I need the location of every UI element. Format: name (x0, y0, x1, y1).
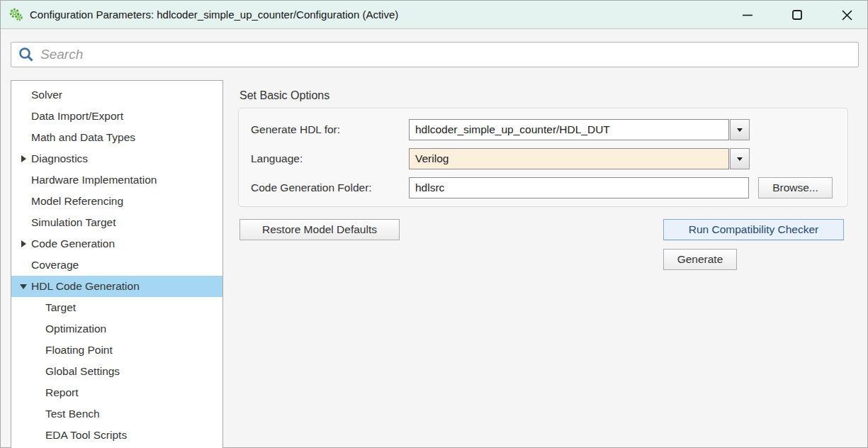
maximize-button[interactable] (784, 4, 811, 26)
chevron-down-icon[interactable] (18, 276, 29, 297)
browse-button[interactable]: Browse... (758, 177, 833, 198)
sidebar-item-coverage[interactable]: Coverage (11, 254, 222, 276)
sidebar-item-floating-point[interactable]: Floating Point (11, 340, 222, 361)
sidebar-item-label: Target (45, 301, 76, 313)
sidebar-item-report[interactable]: Report (11, 382, 222, 403)
generate-hdl-for-combobox[interactable]: hdlcoder_simple_up_counter/HDL_DUT (409, 119, 750, 140)
generate-hdl-for-value[interactable]: hdlcoder_simple_up_counter/HDL_DUT (409, 119, 729, 140)
minimize-icon (742, 9, 753, 21)
sidebar-item-data-import-export[interactable]: Data Import/Export (11, 106, 222, 127)
sidebar-item-label: Solver (31, 89, 62, 101)
close-button[interactable] (833, 4, 860, 26)
maximize-icon (791, 9, 803, 21)
basic-options-groupbox: Generate HDL for: hdlcoder_simple_up_cou… (238, 108, 848, 207)
generate-hdl-for-row: Generate HDL for: hdlcoder_simple_up_cou… (239, 119, 847, 140)
sidebar-item-label: Code Generation (31, 237, 115, 250)
dropdown-arrow-icon (737, 128, 743, 132)
dropdown-arrow-icon (737, 157, 743, 161)
sidebar-item-label: Math and Data Types (31, 131, 135, 143)
sidebar-item-label: Optimization (45, 323, 106, 335)
language-dropdown-button[interactable] (730, 148, 750, 169)
generate-hdl-for-label: Generate HDL for: (251, 119, 340, 140)
sidebar-item-target[interactable]: Target (11, 297, 222, 318)
search-box[interactable] (11, 42, 859, 67)
sidebar-item-eda-tool-scripts[interactable]: EDA Tool Scripts (11, 425, 222, 446)
sidebar-item-label: Report (45, 386, 79, 398)
code-generation-folder-input[interactable] (409, 177, 749, 198)
sidebar-item-label: Data Import/Export (31, 110, 123, 122)
sidebar-item-label: Test Bench (45, 408, 100, 420)
sidebar-item-global-settings[interactable]: Global Settings (11, 361, 222, 382)
sidebar-item-hardware-implementation[interactable]: Hardware Implementation (11, 169, 222, 191)
language-row: Language: Verilog (239, 148, 847, 169)
search-input[interactable] (35, 43, 858, 66)
section-title: Set Basic Options (239, 89, 329, 102)
sidebar-item-label: HDL Code Generation (31, 280, 140, 292)
search-icon (18, 46, 35, 63)
sidebar-item-hdl-code-generation[interactable]: HDL Code Generation (11, 276, 222, 297)
sidebar-item-label: Global Settings (45, 365, 120, 377)
gears-icon (9, 7, 24, 23)
generate-button[interactable]: Generate (663, 249, 737, 270)
sidebar-item-label: Simulation Target (31, 216, 115, 228)
sidebar-item-math-and-data-types[interactable]: Math and Data Types (11, 127, 222, 148)
title-bar: Configuration Parameters: hdlcoder_simpl… (1, 1, 867, 29)
language-label: Language: (251, 148, 303, 169)
code-generation-folder-row: Code Generation Folder: Browse... (239, 177, 847, 198)
sidebar-item-simulation-target[interactable]: Simulation Target (11, 212, 222, 233)
chevron-right-icon[interactable] (18, 148, 29, 169)
minimize-button[interactable] (734, 4, 761, 26)
language-combobox[interactable]: Verilog (409, 148, 750, 169)
sidebar-item-optimization[interactable]: Optimization (11, 318, 222, 340)
sidebar-item-diagnostics[interactable]: Diagnostics (11, 148, 222, 169)
code-generation-folder-label: Code Generation Folder: (251, 177, 372, 198)
window-controls (734, 1, 860, 29)
sidebar-tree: Solver Data Import/Export Math and Data … (11, 80, 223, 448)
sidebar-item-model-referencing[interactable]: Model Referencing (11, 191, 222, 212)
sidebar-item-test-bench[interactable]: Test Bench (11, 403, 222, 425)
sidebar-item-label: Floating Point (45, 344, 113, 356)
sidebar-item-code-generation[interactable]: Code Generation (11, 233, 222, 254)
sidebar-item-label: Coverage (31, 259, 79, 271)
chevron-right-icon[interactable] (18, 233, 29, 254)
sidebar-item-label: Diagnostics (31, 152, 88, 164)
configuration-parameters-window: Configuration Parameters: hdlcoder_simpl… (0, 0, 868, 448)
close-icon (841, 9, 853, 21)
language-value[interactable]: Verilog (409, 148, 729, 169)
sidebar-item-solver[interactable]: Solver (11, 84, 222, 106)
run-compatibility-checker-button[interactable]: Run Compatibility Checker (663, 219, 844, 240)
restore-model-defaults-button[interactable]: Restore Model Defaults (239, 219, 400, 240)
sidebar-item-label: EDA Tool Scripts (45, 429, 127, 441)
sidebar-item-label: Model Referencing (31, 195, 123, 207)
window-title: Configuration Parameters: hdlcoder_simpl… (30, 9, 398, 21)
sidebar-item-label: Hardware Implementation (31, 174, 157, 186)
generate-hdl-for-dropdown-button[interactable] (730, 119, 750, 140)
